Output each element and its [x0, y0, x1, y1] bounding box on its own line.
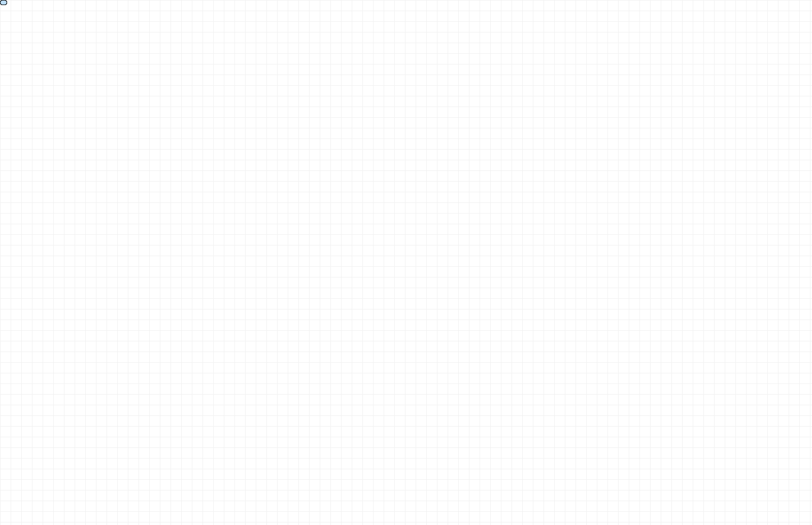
diagram-canvas[interactable]	[0, 0, 812, 525]
node-academy[interactable]	[0, 0, 7, 5]
grid-background	[0, 0, 812, 525]
